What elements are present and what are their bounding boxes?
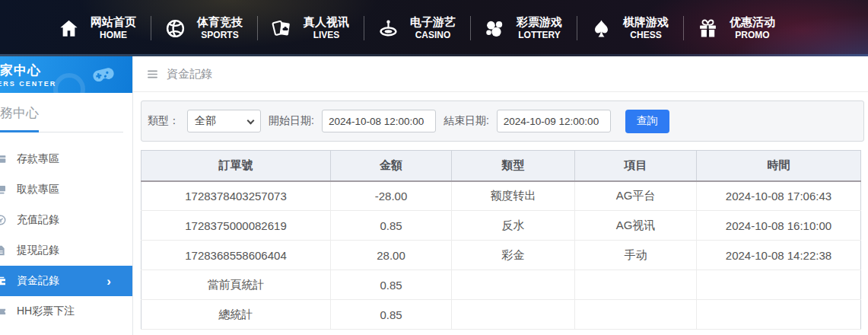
table-header-row: 訂單號 金額 類型 項目 時間 <box>141 151 861 181</box>
top-navigation: 网站首页 HOME 体育竞技 SPORTS 真人视讯 LIVES 电子游艺 CA… <box>0 0 868 56</box>
cell-order-no: 總統計 <box>141 300 331 330</box>
nav-item-label-zh: 网站首页 <box>91 14 136 30</box>
cell-item: AG视讯 <box>575 211 697 241</box>
nav-item-labels: 体育竞技 SPORTS <box>196 14 243 41</box>
cell-time <box>697 270 861 300</box>
table-header-cell: 金額 <box>331 151 452 181</box>
nav-item[interactable]: 网站首页 HOME <box>44 10 151 46</box>
end-date-input[interactable] <box>497 110 611 132</box>
search-button[interactable]: 查詢 <box>625 110 669 133</box>
page-header: 資金記錄 <box>133 56 868 92</box>
cell-order-no: 1728368558606404 <box>141 241 331 270</box>
withdraw-icon <box>0 183 7 196</box>
funds-record-icon <box>0 275 7 287</box>
menu-icon[interactable] <box>146 68 159 81</box>
sidebar-item[interactable]: 資金記錄 › <box>0 266 132 296</box>
spade-icon <box>590 18 612 40</box>
nav-item-labels: 网站首页 HOME <box>90 14 137 41</box>
nav-item[interactable]: 彩票游戏 LOTTERY <box>470 10 577 46</box>
table-header-cell: 類型 <box>452 151 575 181</box>
nav-item-label-en: PROMO <box>735 30 769 42</box>
playing-cards-icon <box>271 18 293 40</box>
nav-item-label-en: SPORTS <box>201 30 238 42</box>
cell-item: AG平台 <box>575 181 697 211</box>
nav-item-label-zh: 真人视讯 <box>304 14 349 30</box>
nav-item-labels: 优惠活动 PROMO <box>729 14 776 41</box>
table-header-cell: 項目 <box>575 151 697 181</box>
withdraw-record-icon <box>0 244 7 257</box>
cell-type <box>452 300 575 330</box>
start-date-input[interactable] <box>322 110 436 132</box>
section-underline <box>0 130 123 132</box>
nav-item[interactable]: 棋牌游戏 CHESS <box>577 10 683 46</box>
deposit-icon <box>0 153 7 165</box>
nav-item[interactable]: 真人视讯 LIVES <box>257 10 364 46</box>
lottery-balls-icon <box>484 18 506 40</box>
sidebar-item-label: 取款專區 <box>17 183 59 196</box>
cell-item: 手动 <box>575 241 697 270</box>
nav-item-label-en: CHESS <box>630 30 661 42</box>
sports-ball-icon <box>164 18 186 40</box>
type-select-value: 全部 <box>195 114 216 128</box>
nav-item-label-zh: 棋牌游戏 <box>623 14 669 30</box>
nav-item-labels: 真人视讯 LIVES <box>303 14 350 41</box>
sidebar-item-label: 存款專區 <box>17 152 59 166</box>
nav-item[interactable]: 优惠活动 PROMO <box>683 10 790 46</box>
page-title: 資金記錄 <box>167 67 212 81</box>
nav-item-label-zh: 彩票游戏 <box>517 14 562 30</box>
nav-item-label-zh: 电子游艺 <box>410 14 456 30</box>
table-row: 1728378403257073 -28.00 额度转出 AG平台 2024-1… <box>141 181 861 211</box>
lottery-bet-icon <box>0 305 7 317</box>
type-select[interactable]: 全部 <box>187 110 261 132</box>
nav-item-label-zh: 体育竞技 <box>197 14 243 30</box>
cell-item <box>575 300 697 330</box>
table-header-cell: 訂單號 <box>141 151 331 181</box>
cell-type <box>452 270 575 300</box>
sidebar-item[interactable]: 存款專區 <box>0 144 132 174</box>
home-icon <box>58 18 80 40</box>
cell-amount: 0.85 <box>331 211 452 241</box>
cell-time: 2024-10-08 16:10:00 <box>697 211 861 241</box>
type-label: 類型： <box>148 114 180 128</box>
sidebar-item-label: 提現記錄 <box>17 244 59 257</box>
table-row: 1728368558606404 28.00 彩金 手动 2024-10-08 … <box>141 241 861 270</box>
nav-item-label-en: CASINO <box>415 30 451 42</box>
cell-order-no: 1728375000082619 <box>141 211 331 241</box>
nav-item[interactable]: 体育竞技 SPORTS <box>151 10 257 46</box>
sidebar-item[interactable]: 取款專區 <box>0 174 132 205</box>
cell-order-no: 當前頁統計 <box>141 270 331 300</box>
table-row: 總統計 0.85 <box>141 300 861 330</box>
sidebar-item-label: HH彩票下注 <box>17 305 75 318</box>
nav-item[interactable]: 电子游艺 CASINO <box>364 10 470 46</box>
sidebar-item[interactable]: 廳室投註記錄 <box>0 327 132 335</box>
nav-item-labels: 彩票游戏 LOTTERY <box>516 14 563 41</box>
nav-item-label-en: HOME <box>100 30 127 42</box>
start-date-label: 開始日期: <box>269 114 314 128</box>
funds-record-table: 訂單號 金額 類型 項目 時間 1728378403257073 -28.00 … <box>141 150 861 330</box>
filter-panel: 類型： 全部 開始日期: 結束日期: 查詢 <box>141 100 864 142</box>
roulette-icon <box>377 18 399 40</box>
nav-item-label-en: LIVES <box>313 30 340 42</box>
cell-order-no: 1728378403257073 <box>141 181 331 211</box>
cell-amount: -28.00 <box>331 181 452 211</box>
cell-type: 彩金 <box>452 241 575 270</box>
nav-item-labels: 电子游艺 CASINO <box>409 14 456 41</box>
sidebar-item[interactable]: HH彩票下注 <box>0 296 132 327</box>
sidebar-item[interactable]: 提現記錄 <box>0 235 132 266</box>
nav-item-label-en: LOTTERY <box>518 30 561 42</box>
cell-time: 2024-10-08 14:22:38 <box>697 241 861 270</box>
table-row: 當前頁統計 0.85 <box>141 270 861 300</box>
cell-amount: 28.00 <box>331 241 452 270</box>
sidebar-item[interactable]: 充值記錄 <box>0 205 132 235</box>
main-content: 資金記錄 類型： 全部 開始日期: 結束日期: 查詢 訂單號 金額 類型 <box>133 56 868 335</box>
cell-time: 2024-10-08 17:06:43 <box>697 181 861 211</box>
table-header-cell: 時間 <box>697 151 861 181</box>
page: { "colors": { "accent": "#2e7bf3", "acti… <box>0 0 868 335</box>
cell-item <box>575 270 697 300</box>
sidebar-menu: 存款專區 取款專區 充值記錄 提現記錄 <box>0 144 132 335</box>
gift-icon <box>697 18 719 40</box>
chevron-right-icon: › <box>107 275 111 288</box>
chevron-down-icon <box>247 117 255 125</box>
nav-item-label-zh: 优惠活动 <box>730 14 775 30</box>
sidebar-item-label: 充值記錄 <box>17 213 59 227</box>
